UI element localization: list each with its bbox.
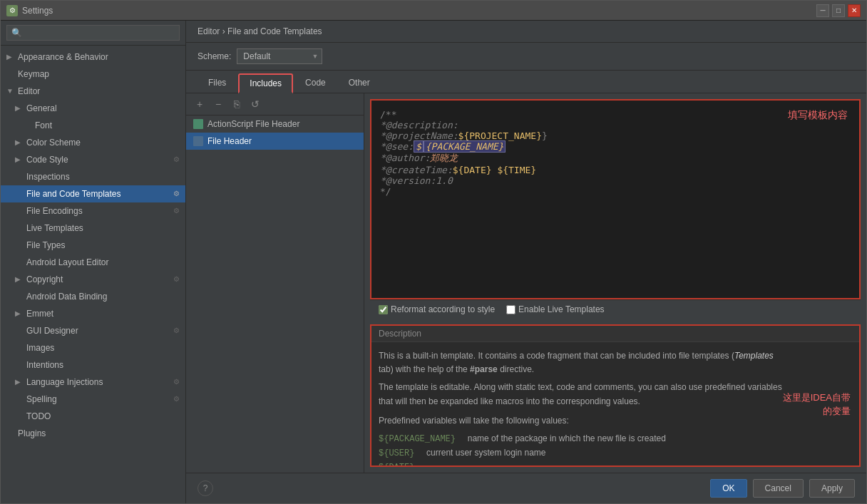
file-icon xyxy=(193,136,203,146)
sidebar-item-plugins[interactable]: Plugins xyxy=(1,425,185,442)
sidebar-tree: ▶ Appearance & Behavior Keymap ▼ Editor … xyxy=(1,46,185,503)
window-controls: ─ □ ✕ xyxy=(816,4,861,17)
sidebar-item-label: Intentions xyxy=(26,358,63,372)
sidebar-item-live-templates[interactable]: Live Templates xyxy=(1,220,185,237)
live-templates-label: Enable Live Templates xyxy=(518,304,605,314)
desc-line-2: tab) with the help of the #parse directi… xyxy=(379,363,852,376)
sidebar-item-file-and-code-templates[interactable]: File and Code Templates ⚙ xyxy=(1,185,185,202)
copy-button[interactable]: ⎘ xyxy=(229,96,245,112)
desc-line-1: This is a built-in template. It contains… xyxy=(379,349,852,363)
reset-button[interactable]: ↺ xyxy=(247,96,263,112)
settings-icon: ⚙ xyxy=(173,392,180,406)
settings-window: ⚙ Settings ─ □ ✕ ▶ Appearance & Behavior… xyxy=(0,0,867,504)
desc-annotation: 这里是IDEA自带 的变量 xyxy=(783,390,851,418)
settings-icon: ⚙ xyxy=(173,204,180,218)
reformat-checkbox[interactable] xyxy=(379,305,388,314)
close-button[interactable]: ✕ xyxy=(848,4,861,17)
apply-button[interactable]: Apply xyxy=(809,479,855,498)
help-button[interactable]: ? xyxy=(197,480,213,496)
sidebar-item-file-types[interactable]: File Types xyxy=(1,237,185,254)
scheme-select-wrapper[interactable]: Default Project xyxy=(237,48,322,64)
sidebar-item-label: General xyxy=(26,101,57,115)
list-item-label: ActionScript File Header xyxy=(207,119,299,129)
sidebar-item-editor[interactable]: ▼ Editor xyxy=(1,83,185,100)
arrow-icon: ▶ xyxy=(15,375,24,389)
ok-button[interactable]: OK xyxy=(710,479,747,498)
sidebar-item-language-injections[interactable]: ▶ Language Injections ⚙ xyxy=(1,374,185,391)
reformat-checkbox-label[interactable]: Reformat according to style xyxy=(379,304,495,314)
desc-line-4: that will then be expanded like macros i… xyxy=(379,395,852,408)
sidebar-item-code-style[interactable]: ▶ Code Style ⚙ xyxy=(1,151,185,168)
sidebar-item-label: Android Layout Editor xyxy=(26,255,108,269)
sidebar-item-label: Live Templates xyxy=(26,221,83,235)
cancel-button[interactable]: Cancel xyxy=(753,479,804,498)
arrow-icon: ▶ xyxy=(15,272,24,287)
sidebar-item-keymap[interactable]: Keymap xyxy=(1,66,185,83)
sidebar-item-label: Plugins xyxy=(18,426,46,441)
split-panel: + − ⎘ ↺ ActionScript File Header File He… xyxy=(186,93,866,473)
desc-var-date: ${DATE} xyxy=(379,461,852,466)
editor-footer: Reformat according to style Enable Live … xyxy=(370,299,861,319)
add-button[interactable]: + xyxy=(192,96,207,112)
live-templates-checkbox-label[interactable]: Enable Live Templates xyxy=(506,304,605,314)
list-items: ActionScript File Header File Header xyxy=(186,115,364,473)
sidebar-item-general[interactable]: ▶ General xyxy=(1,100,185,117)
desc-line-3: The template is editable. Along with sta… xyxy=(379,381,852,394)
sidebar-item-label: File Types xyxy=(26,238,65,252)
sidebar-item-todo[interactable]: TODO xyxy=(1,408,185,425)
title-bar: ⚙ Settings ─ □ ✕ xyxy=(1,1,866,21)
bottom-bar: ? OK Cancel Apply xyxy=(186,473,866,503)
description-content: 这里是IDEA自带 的变量 This is a built-in templat… xyxy=(371,342,859,466)
tab-files[interactable]: Files xyxy=(197,73,237,93)
sidebar-item-android-data-binding[interactable]: Android Data Binding xyxy=(1,288,185,305)
list-item-file-header[interactable]: File Header xyxy=(186,133,364,150)
sidebar-item-file-encodings[interactable]: File Encodings ⚙ xyxy=(1,202,185,220)
list-panel: + − ⎘ ↺ ActionScript File Header File He… xyxy=(186,93,364,473)
sidebar-item-label: File and Code Templates xyxy=(26,187,121,201)
scheme-row: Scheme: Default Project xyxy=(186,43,866,71)
sidebar-item-emmet[interactable]: ▶ Emmet xyxy=(1,305,185,322)
tab-code[interactable]: Code xyxy=(294,73,337,93)
sidebar-item-images[interactable]: Images xyxy=(1,339,185,356)
description-title: Description xyxy=(371,326,859,342)
sidebar-item-label: Keymap xyxy=(18,67,49,81)
settings-icon: ⚙ xyxy=(173,272,180,287)
scheme-select[interactable]: Default Project xyxy=(237,48,322,64)
maximize-button[interactable]: □ xyxy=(832,4,845,17)
file-icon xyxy=(193,119,203,129)
breadcrumb-current: File and Code Templates xyxy=(227,26,322,36)
code-editor[interactable]: 填写模板内容 /** *@description: *@projectName:… xyxy=(370,99,861,299)
sidebar-item-label: Language Injections xyxy=(26,375,103,389)
sidebar-item-label: Appearance & Behavior xyxy=(18,50,108,64)
settings-icon: ⚙ xyxy=(173,324,180,338)
sidebar-item-font[interactable]: Font xyxy=(1,117,185,134)
breadcrumb: Editor › File and Code Templates xyxy=(186,21,866,43)
description-panel: Description 这里是IDEA自带 的变量 This is a buil… xyxy=(370,324,861,467)
sidebar-item-inspections[interactable]: Inspections xyxy=(1,168,185,185)
tab-includes[interactable]: Includes xyxy=(238,73,293,93)
minimize-button[interactable]: ─ xyxy=(816,4,829,17)
sidebar-item-android-layout-editor[interactable]: Android Layout Editor xyxy=(1,254,185,271)
list-item-label: File Header xyxy=(207,136,252,146)
sidebar-item-label: Copyright xyxy=(26,272,63,287)
live-templates-checkbox[interactable] xyxy=(506,305,515,314)
sidebar-item-label: File Encodings xyxy=(26,204,83,218)
sidebar-item-label: Inspections xyxy=(26,170,70,184)
sidebar-item-intentions[interactable]: Intentions xyxy=(1,356,185,374)
sidebar-item-spelling[interactable]: Spelling ⚙ xyxy=(1,391,185,408)
sidebar-item-label: Editor xyxy=(18,84,40,98)
search-input[interactable] xyxy=(6,25,180,41)
tab-other[interactable]: Other xyxy=(338,73,381,93)
remove-button[interactable]: − xyxy=(210,96,226,112)
right-panels: 填写模板内容 /** *@description: *@projectName:… xyxy=(364,93,866,473)
editor-annotation: 填写模板内容 xyxy=(788,109,848,122)
arrow-icon: ▶ xyxy=(15,307,24,321)
sidebar-item-appearance[interactable]: ▶ Appearance & Behavior xyxy=(1,48,185,66)
list-item-actionscript[interactable]: ActionScript File Header xyxy=(186,115,364,133)
breadcrumb-path: Editor xyxy=(197,26,220,36)
sidebar-item-copyright[interactable]: ▶ Copyright ⚙ xyxy=(1,271,185,288)
search-box[interactable] xyxy=(1,21,185,46)
sidebar-item-gui-designer[interactable]: GUI Designer ⚙ xyxy=(1,322,185,339)
sidebar-item-label: TODO xyxy=(26,409,51,423)
sidebar-item-color-scheme[interactable]: ▶ Color Scheme xyxy=(1,134,185,151)
